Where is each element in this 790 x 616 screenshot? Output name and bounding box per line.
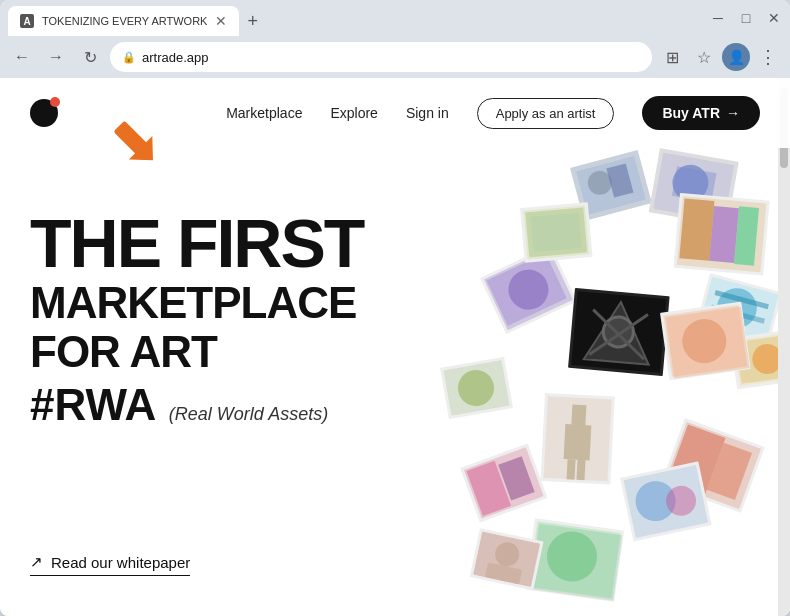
svg-rect-63 [567, 459, 576, 479]
logo-icon [30, 99, 58, 127]
window-controls: ─ □ ✕ [710, 10, 782, 26]
whitepaper-label: Read our whitepaper [51, 554, 190, 571]
minimize-button[interactable]: ─ [710, 10, 726, 26]
profile-icon[interactable]: 👤 [722, 43, 750, 71]
whitepaper-link[interactable]: ↗ Read our whitepaper [30, 553, 190, 576]
browser-toolbar: ← → ↻ 🔒 artrade.app ⊞ ☆ 👤 ⋮ [0, 36, 790, 78]
active-tab[interactable]: A TOKENIZING EVERY ARTWORK ✕ [8, 6, 239, 36]
menu-button[interactable]: ⋮ [754, 43, 782, 71]
translate-icon[interactable]: ⊞ [658, 43, 686, 71]
toolbar-icons: ⊞ ☆ 👤 ⋮ [658, 43, 782, 71]
buy-atr-button[interactable]: Buy ATR → [642, 96, 760, 130]
tab-favicon: A [20, 14, 34, 28]
address-bar[interactable]: 🔒 artrade.app [110, 42, 652, 72]
buy-atr-label: Buy ATR [662, 105, 720, 121]
nav-marketplace[interactable]: Marketplace [226, 105, 302, 121]
back-button[interactable]: ← [8, 43, 36, 71]
hero-text: THE FIRST MARKETPLACE FOR ART #RWA (Real… [30, 208, 363, 430]
tab-title: TOKENIZING EVERY ARTWORK [42, 15, 207, 27]
nav-explore[interactable]: Explore [330, 105, 377, 121]
close-button[interactable]: ✕ [766, 10, 782, 26]
tab-bar: A TOKENIZING EVERY ARTWORK ✕ + [8, 0, 702, 36]
artwork-sphere [390, 138, 790, 608]
refresh-button[interactable]: ↻ [76, 43, 104, 71]
website-content: Marketplace Explore Sign in Apply as an … [0, 78, 790, 616]
browser-frame: A TOKENIZING EVERY ARTWORK ✕ + ─ □ ✕ ← →… [0, 0, 790, 616]
logo-circle [30, 99, 58, 127]
sphere-svg [390, 138, 790, 608]
svg-rect-64 [577, 460, 586, 480]
forward-button[interactable]: → [42, 43, 70, 71]
buy-atr-arrow: → [726, 105, 740, 121]
hero-line2: MARKETPLACE [30, 279, 363, 327]
apply-artist-button[interactable]: Apply as an artist [477, 98, 615, 129]
url-text: artrade.app [142, 50, 640, 65]
new-tab-button[interactable]: + [239, 7, 266, 36]
whitepaper-icon: ↗ [30, 553, 43, 571]
svg-rect-61 [571, 404, 586, 425]
scrollbar[interactable] [778, 78, 790, 616]
hero-rwa: #RWA [30, 380, 156, 429]
lock-icon: 🔒 [122, 51, 136, 64]
hero-line1: THE FIRST [30, 208, 363, 279]
hero-line3: FOR ART [30, 328, 363, 376]
svg-rect-10 [679, 198, 714, 260]
nav-links: Marketplace Explore Sign in Apply as an … [226, 96, 760, 130]
svg-rect-48 [531, 213, 582, 252]
maximize-button[interactable]: □ [738, 10, 754, 26]
nav-signin[interactable]: Sign in [406, 105, 449, 121]
site-logo [30, 99, 58, 127]
bookmark-icon[interactable]: ☆ [690, 43, 718, 71]
hero-rwa-subtitle: (Real World Assets) [169, 404, 328, 424]
tab-close-button[interactable]: ✕ [215, 13, 227, 29]
svg-rect-11 [709, 206, 739, 263]
svg-rect-62 [564, 424, 592, 460]
browser-titlebar: A TOKENIZING EVERY ARTWORK ✕ + ─ □ ✕ [0, 0, 790, 36]
site-nav: Marketplace Explore Sign in Apply as an … [0, 78, 790, 148]
